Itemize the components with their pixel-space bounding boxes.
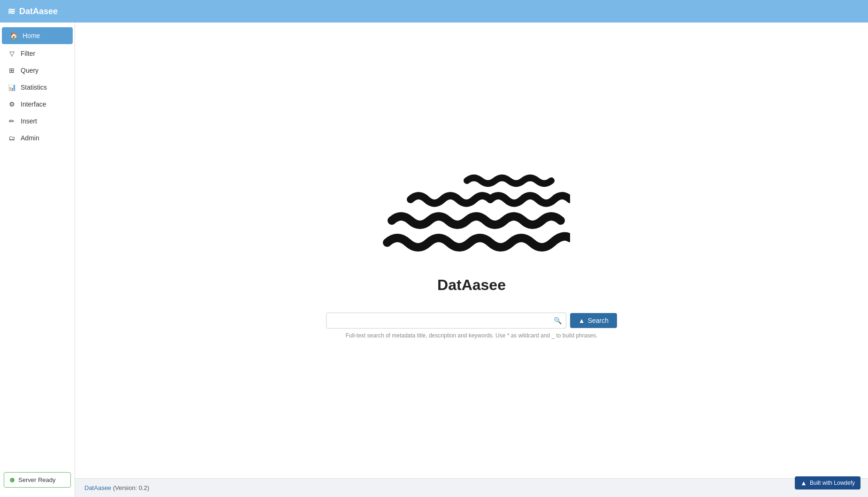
search-hint: Full-text search of metadata title, desc… <box>346 332 598 339</box>
sidebar-item-query[interactable]: ⊞ Query <box>0 62 75 79</box>
brand-wave-icon: ≋ <box>8 6 15 17</box>
main-area: DatAasee 🔍 ▲ Search Full-text search of … <box>75 23 868 497</box>
search-button[interactable]: ▲ Search <box>570 313 617 328</box>
sidebar-label-insert: Insert <box>21 117 37 125</box>
wave-logo-icon <box>373 162 570 265</box>
sidebar-label-statistics: Statistics <box>21 84 47 91</box>
search-input[interactable] <box>326 313 566 329</box>
sidebar: 🏠 Home ▽ Filter ⊞ Query 📊 Statistics ⚙ I… <box>0 23 75 497</box>
main-content: DatAasee 🔍 ▲ Search Full-text search of … <box>75 23 868 478</box>
sidebar-label-admin: Admin <box>21 134 39 142</box>
sidebar-item-insert[interactable]: ✏ Insert <box>0 113 75 130</box>
navbar: ≋ DatAasee <box>0 0 868 23</box>
app-title: DatAasee <box>437 276 506 294</box>
server-status-label: Server Ready <box>18 476 55 483</box>
footer: DatAasee (Version: 0.2) <box>75 478 868 497</box>
home-icon: 🏠 <box>9 32 18 39</box>
sidebar-spacer <box>0 146 75 466</box>
brand-link[interactable]: ≋ DatAasee <box>8 6 58 17</box>
interface-icon: ⚙ <box>8 100 16 108</box>
layout: 🏠 Home ▽ Filter ⊞ Query 📊 Statistics ⚙ I… <box>0 23 868 497</box>
sidebar-item-admin[interactable]: 🗂 Admin <box>0 130 75 146</box>
search-button-icon: ▲ <box>579 317 585 324</box>
search-button-label: Search <box>588 317 609 324</box>
admin-icon: 🗂 <box>8 134 16 142</box>
footer-version: (Version: 0.2) <box>113 484 149 491</box>
insert-icon: ✏ <box>8 117 16 125</box>
brand-label: DatAasee <box>19 7 58 16</box>
logo-container <box>373 162 570 265</box>
sidebar-label-filter: Filter <box>21 50 35 57</box>
sidebar-item-filter[interactable]: ▽ Filter <box>0 45 75 62</box>
sidebar-item-interface[interactable]: ⚙ Interface <box>0 96 75 113</box>
statistics-icon: 📊 <box>8 84 16 91</box>
lowdefy-badge[interactable]: ▲ Built with Lowdefy <box>795 476 860 489</box>
filter-icon: ▽ <box>8 50 16 57</box>
sidebar-label-interface: Interface <box>21 100 46 108</box>
server-status-badge: Server Ready <box>4 472 71 488</box>
lowdefy-badge-icon: ▲ <box>800 479 807 487</box>
sidebar-label-home: Home <box>23 32 40 39</box>
search-magnifier-icon: 🔍 <box>554 317 562 324</box>
status-dot-icon <box>10 478 15 482</box>
search-input-wrapper: 🔍 <box>326 313 566 329</box>
footer-link[interactable]: DatAasee <box>84 484 111 491</box>
lowdefy-badge-label: Built with Lowdefy <box>810 480 855 486</box>
sidebar-label-query: Query <box>21 67 38 74</box>
sidebar-item-statistics[interactable]: 📊 Statistics <box>0 79 75 96</box>
query-icon: ⊞ <box>8 67 16 74</box>
search-container: 🔍 ▲ Search Full-text search of metadata … <box>326 313 617 339</box>
search-row: 🔍 ▲ Search <box>326 313 617 329</box>
sidebar-item-home[interactable]: 🏠 Home <box>2 27 73 44</box>
